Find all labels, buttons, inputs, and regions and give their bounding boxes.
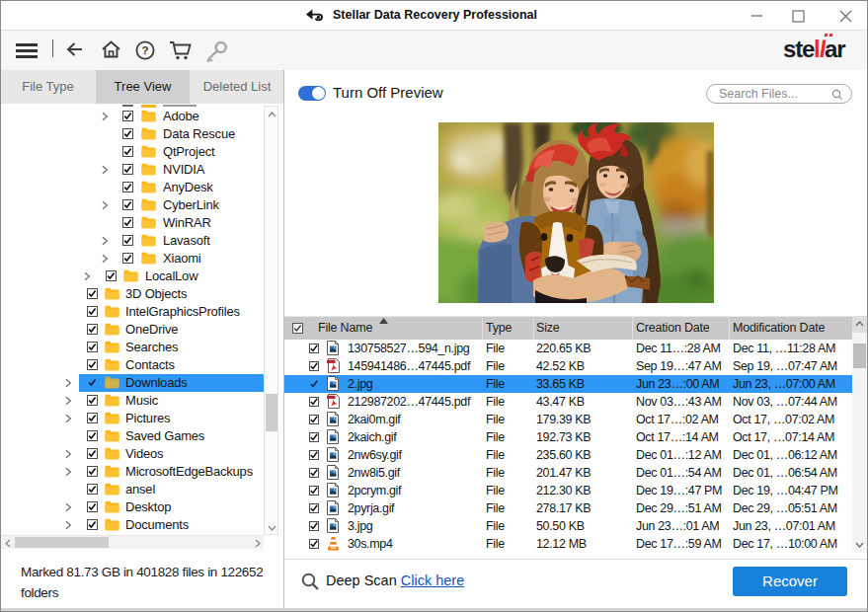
svg-text:?: ?: [141, 44, 148, 56]
